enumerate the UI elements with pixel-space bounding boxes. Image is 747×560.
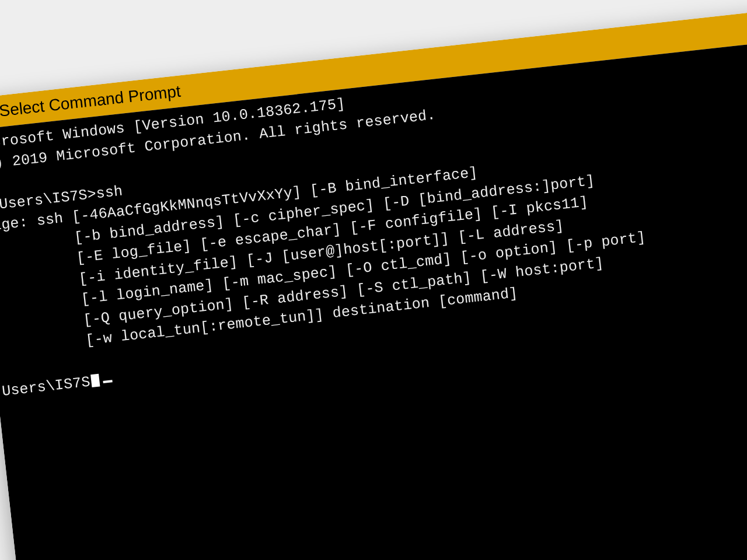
entered-command: ssh — [95, 183, 124, 202]
selection-caret-icon — [90, 374, 100, 387]
cursor-icon — [103, 380, 112, 383]
blank-line — [0, 363, 1, 380]
command-prompt-window: Select Command Prompt Microsoft Windows … — [0, 3, 747, 560]
prompt-line[interactable]: Users\IS7S — [1, 371, 113, 400]
prompt-path: Users\IS7S — [1, 373, 91, 400]
desktop-stage: Select Command Prompt Microsoft Windows … — [0, 0, 747, 560]
